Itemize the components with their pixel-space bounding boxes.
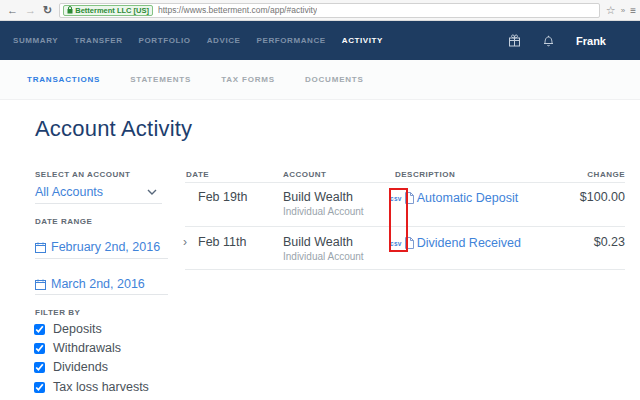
- sidebar-divider: [35, 294, 168, 295]
- betterment-activity-page: ← → ↻ Betterment LLC [US] https://wwws.b…: [0, 0, 640, 400]
- account-select-value: All Accounts: [35, 185, 103, 199]
- expand-chevron-icon[interactable]: ›: [183, 235, 187, 249]
- page-title: Account Activity: [35, 116, 192, 142]
- table-divider: [185, 182, 625, 183]
- extensions-overflow-icon[interactable]: »: [621, 6, 625, 15]
- date-from-picker[interactable]: February 2nd, 2016: [35, 240, 160, 254]
- url-text[interactable]: https://wwws.betterment.com/app/#activit…: [158, 5, 317, 15]
- dividends-checkbox[interactable]: [34, 362, 45, 373]
- date-range-label: DATE RANGE: [35, 217, 92, 226]
- ev-badge-label: Betterment LLC [US]: [75, 6, 149, 15]
- filter-by-label: FILTER BY: [35, 308, 80, 317]
- row-description: csv Automatic Deposit: [390, 191, 518, 205]
- filter-tax-loss-harvests-label: Tax loss harvests: [53, 380, 149, 394]
- transaction-link[interactable]: Automatic Deposit: [417, 191, 518, 205]
- browser-right-controls: ☆ » ≡: [606, 4, 636, 17]
- transaction-link[interactable]: Dividend Received: [417, 236, 521, 250]
- address-bar[interactable]: Betterment LLC [US] https://wwws.betterm…: [59, 3, 600, 18]
- filter-tax-loss-harvests: Tax loss harvests: [34, 380, 149, 394]
- chrome-menu-icon[interactable]: ≡: [630, 5, 636, 16]
- back-icon[interactable]: ←: [7, 5, 18, 16]
- ssl-ev-badge[interactable]: Betterment LLC [US]: [63, 5, 153, 16]
- gift-icon[interactable]: [508, 34, 521, 47]
- calendar-icon: [35, 279, 46, 290]
- tab-statements[interactable]: STATEMENTS: [130, 75, 191, 84]
- sidebar-divider: [35, 258, 168, 259]
- tab-transactions[interactable]: TRANSACTIONS: [27, 75, 100, 84]
- primary-nav: SUMMARY TRANSFER PORTFOLIO ADVICE PERFOR…: [0, 21, 640, 60]
- browser-nav-buttons: ← → ↻: [7, 5, 52, 16]
- row-change: $100.00: [580, 190, 625, 204]
- browser-toolbar: ← → ↻ Betterment LLC [US] https://wwws.b…: [0, 0, 640, 21]
- select-account-label: SELECT AN ACCOUNT: [35, 170, 130, 179]
- tab-tax-forms[interactable]: TAX FORMS: [221, 75, 275, 84]
- nav-item-transfer[interactable]: TRANSFER: [74, 36, 122, 45]
- filter-withdrawals: Withdrawals: [34, 341, 121, 355]
- row-account: Build Wealth: [283, 235, 353, 249]
- annotation-highlight-box: [389, 188, 408, 252]
- nav-item-performance[interactable]: PERFORMANCE: [257, 36, 326, 45]
- nav-item-activity[interactable]: ACTIVITY: [342, 36, 383, 45]
- bookmark-star-icon[interactable]: ☆: [606, 4, 616, 17]
- row-account-type: Individual Account: [283, 206, 364, 217]
- calendar-icon: [35, 242, 46, 253]
- filter-deposits: Deposits: [34, 322, 102, 336]
- col-header-change: CHANGE: [587, 170, 625, 179]
- deposits-checkbox[interactable]: [34, 324, 45, 335]
- row-date: Feb 19th: [198, 190, 247, 204]
- forward-icon[interactable]: →: [25, 5, 36, 16]
- row-account-type: Individual Account: [283, 251, 364, 262]
- user-menu[interactable]: Frank: [576, 35, 606, 47]
- col-header-date: DATE: [186, 170, 209, 179]
- row-account: Build Wealth: [283, 190, 353, 204]
- withdrawals-checkbox[interactable]: [34, 343, 45, 354]
- filter-dividends: Dividends: [34, 360, 108, 374]
- filter-deposits-label: Deposits: [53, 322, 102, 336]
- reload-icon[interactable]: ↻: [43, 5, 52, 16]
- bell-icon[interactable]: [542, 34, 555, 47]
- secondary-nav: TRANSACTIONS STATEMENTS TAX FORMS DOCUME…: [0, 60, 640, 100]
- tab-documents[interactable]: DOCUMENTS: [305, 75, 364, 84]
- sidebar-divider: [35, 203, 162, 204]
- chevron-down-icon: [147, 189, 157, 195]
- col-header-description: DESCRIPTION: [395, 170, 455, 179]
- account-select-dropdown[interactable]: All Accounts: [35, 185, 157, 199]
- lock-icon: [67, 6, 73, 14]
- date-to-value: March 2nd, 2016: [51, 277, 145, 291]
- primary-nav-items: SUMMARY TRANSFER PORTFOLIO ADVICE PERFOR…: [13, 36, 383, 45]
- row-change: $0.23: [594, 235, 625, 249]
- filter-dividends-label: Dividends: [53, 360, 108, 374]
- col-header-account: ACCOUNT: [283, 170, 327, 179]
- date-to-picker[interactable]: March 2nd, 2016: [35, 277, 145, 291]
- primary-nav-right: Frank: [508, 34, 606, 47]
- date-from-value: February 2nd, 2016: [51, 240, 160, 254]
- nav-item-summary[interactable]: SUMMARY: [13, 36, 58, 45]
- nav-item-advice[interactable]: ADVICE: [207, 36, 241, 45]
- filter-withdrawals-label: Withdrawals: [53, 341, 121, 355]
- row-description: csv Dividend Received: [390, 236, 521, 250]
- nav-item-portfolio[interactable]: PORTFOLIO: [139, 36, 191, 45]
- tax-loss-harvests-checkbox[interactable]: [34, 382, 45, 393]
- row-date: Feb 11th: [198, 235, 246, 249]
- table-divider: [185, 269, 625, 270]
